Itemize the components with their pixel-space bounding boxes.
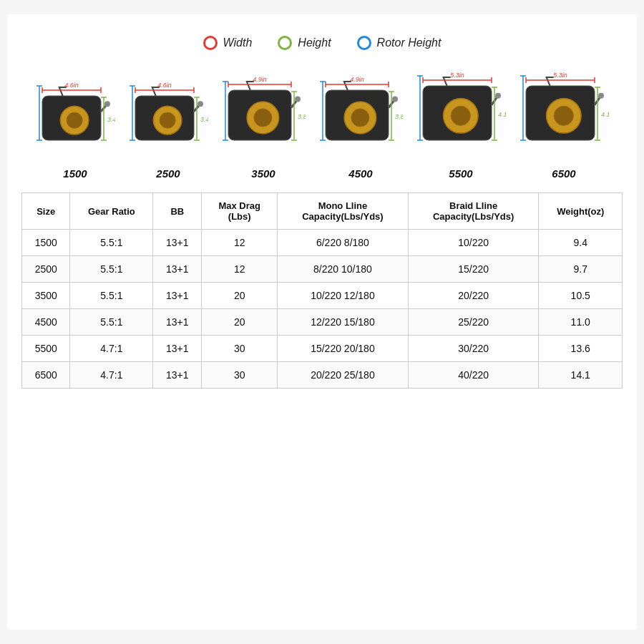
svg-point-55 — [392, 97, 398, 102]
table-cell: 13+1 — [153, 362, 202, 389]
reel-label-1500: 1500 — [63, 167, 87, 180]
legend-item-height: Height — [278, 36, 331, 50]
table-cell: 5.5:1 — [70, 230, 153, 256]
svg-point-87 — [554, 106, 573, 125]
table-cell: 13+1 — [153, 230, 202, 256]
svg-text:4.6in: 4.6in — [64, 82, 79, 89]
svg-point-72 — [495, 93, 501, 99]
table-cell: 13+1 — [153, 336, 202, 362]
svg-text:5.3in: 5.3in — [450, 72, 464, 79]
table-cell: 5.5:1 — [70, 283, 153, 309]
reel-label-5500: 5500 — [449, 167, 472, 180]
table-header: Size — [22, 193, 70, 230]
table-cell: 9.7 — [539, 256, 623, 283]
main-container: Width Height Rotor Height 4.6in 3.4i — [7, 14, 637, 630]
table-cell: 4.7:1 — [70, 336, 153, 362]
rotor-height-circle-icon — [357, 36, 371, 50]
table-cell: 2500 — [22, 256, 70, 283]
table-cell: 12 — [202, 256, 278, 283]
table-header: Mono Lline Capacity(Lbs/Yds) — [278, 193, 409, 230]
svg-text:5.3in: 5.3in — [553, 72, 567, 79]
svg-point-89 — [598, 93, 604, 99]
table-cell: 14.1 — [539, 362, 623, 389]
height-label: Height — [298, 36, 331, 49]
reel-label-6500: 6500 — [552, 167, 575, 180]
table-cell: 8/220 10/180 — [278, 256, 409, 283]
reel-svg-4500: 4.9in 3.8in 4.5in — [318, 76, 403, 165]
table-row: 25005.5:113+1128/220 10/18015/2209.7 — [22, 256, 623, 283]
table-cell: 11.0 — [539, 309, 623, 336]
svg-text:4.9in: 4.9in — [253, 76, 267, 83]
table-cell: 4500 — [22, 309, 70, 336]
reel-item-1500: 4.6in 3.4in 4.2in 1500 — [35, 82, 115, 180]
table-cell: 1500 — [22, 230, 70, 256]
rotor-height-label: Rotor Height — [377, 36, 441, 49]
table-cell: 15/220 — [408, 256, 539, 283]
reel-svg-5500: 5.3in 4.1in 4.9in — [416, 72, 506, 165]
reel-item-4500: 4.9in 3.8in 4.5in 4500 — [318, 76, 403, 180]
svg-point-4 — [104, 101, 110, 107]
svg-point-70 — [451, 106, 470, 125]
table-cell: 13+1 — [153, 256, 202, 283]
svg-text:3.8in: 3.8in — [298, 113, 306, 120]
reel-label-2500: 2500 — [156, 167, 180, 180]
table-header: Weight(oz) — [539, 193, 623, 230]
table-cell: 9.4 — [539, 230, 623, 256]
reel-item-2500: 4.6in 3.4in 4.2in 2500 — [128, 82, 208, 180]
table-cell: 5500 — [22, 336, 70, 362]
table-header: Max Drag (Lbs) — [202, 193, 278, 230]
svg-text:4.1in: 4.1in — [601, 111, 609, 118]
table-cell: 5.5:1 — [70, 256, 153, 283]
reels-section: 4.6in 3.4in 4.2in 1500 4.6in 3.4in — [21, 72, 623, 180]
table-cell: 10/220 — [408, 230, 539, 256]
svg-text:3.4in: 3.4in — [107, 116, 115, 123]
reel-svg-3500: 4.9in 3.8in 4.5in — [221, 76, 306, 165]
svg-point-19 — [160, 112, 175, 128]
svg-text:4.9in: 4.9in — [350, 76, 364, 83]
reel-label-3500: 3500 — [251, 167, 275, 180]
reel-svg-6500: 5.3in 4.1in 4.9in — [519, 72, 609, 165]
specs-table: SizeGear RatioBBMax Drag (Lbs)Mono Lline… — [21, 192, 623, 389]
svg-text:4.6in: 4.6in — [157, 82, 172, 89]
svg-text:3.4in: 3.4in — [200, 116, 208, 123]
table-cell: 4.7:1 — [70, 362, 153, 389]
reel-label-4500: 4500 — [348, 167, 372, 180]
reel-svg-1500: 4.6in 3.4in 4.2in — [35, 82, 115, 165]
svg-point-36 — [254, 109, 272, 127]
table-cell: 3500 — [22, 283, 70, 309]
table-cell: 12 — [202, 230, 278, 256]
legend-item-width: Width — [203, 36, 253, 50]
svg-point-38 — [295, 97, 301, 102]
table-cell: 20/220 — [408, 283, 539, 309]
table-row: 45005.5:113+12012/220 15/18025/22011.0 — [22, 309, 623, 336]
reel-item-6500: 5.3in 4.1in 4.9in 6500 — [519, 72, 609, 180]
svg-text:4.1in: 4.1in — [498, 111, 506, 118]
table-cell: 13.6 — [539, 336, 623, 362]
legend: Width Height Rotor Height — [21, 36, 623, 50]
table-header: BB — [153, 193, 202, 230]
table-cell: 13+1 — [153, 309, 202, 336]
svg-text:3.8in: 3.8in — [395, 113, 403, 120]
table-cell: 6500 — [22, 362, 70, 389]
table-cell: 20 — [202, 283, 278, 309]
table-cell: 30 — [202, 336, 278, 362]
table-cell: 10/220 12/180 — [278, 283, 409, 309]
table-cell: 6/220 8/180 — [278, 230, 409, 256]
width-label: Width — [223, 36, 253, 49]
table-cell: 30/220 — [408, 336, 539, 362]
width-circle-icon — [203, 36, 218, 50]
table-cell: 25/220 — [408, 309, 539, 336]
table-cell: 15/220 20/180 — [278, 336, 409, 362]
table-cell: 30 — [202, 362, 278, 389]
table-row: 65004.7:113+13020/220 25/18040/22014.1 — [22, 362, 623, 389]
reel-item-5500: 5.3in 4.1in 4.9in 5500 — [416, 72, 506, 180]
table-cell: 20/220 25/180 — [278, 362, 409, 389]
legend-item-rotor-height: Rotor Height — [357, 36, 441, 50]
table-row: 55004.7:113+13015/220 20/18030/22013.6 — [22, 336, 623, 362]
reel-item-3500: 4.9in 3.8in 4.5in 3500 — [221, 76, 306, 180]
table-cell: 40/220 — [408, 362, 539, 389]
reel-svg-2500: 4.6in 3.4in 4.2in — [128, 82, 208, 165]
table-row: 35005.5:113+12010/220 12/18020/22010.5 — [22, 283, 623, 309]
table-header: Braid Lline Capacity(Lbs/Yds) — [408, 193, 539, 230]
svg-point-2 — [67, 112, 82, 128]
